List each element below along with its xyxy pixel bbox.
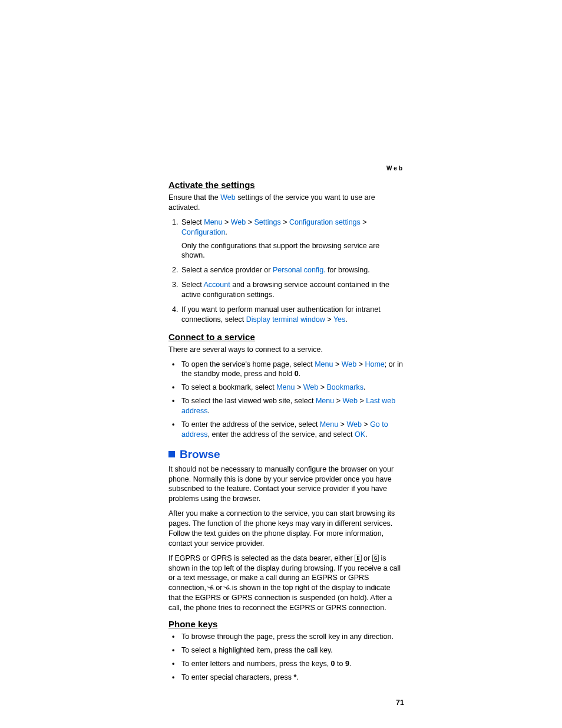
activate-intro: Ensure that the Web settings of the serv… <box>168 193 404 213</box>
text: > <box>334 397 342 405</box>
link-web[interactable]: Web <box>220 193 235 202</box>
bullet-scroll: To browse through the page, press the sc… <box>171 632 404 642</box>
link-personal-config[interactable]: Personal config. <box>273 266 326 274</box>
link-yes[interactable]: Yes <box>333 315 345 324</box>
link-web[interactable]: Web <box>346 420 361 429</box>
link-menu[interactable]: Menu <box>316 397 334 405</box>
link-account[interactable]: Account <box>204 281 230 289</box>
link-menu[interactable]: Menu <box>276 383 295 391</box>
phone-keys-bullets: To browse through the page, press the sc… <box>168 632 404 683</box>
gprs-suspended-icon: G <box>224 585 230 591</box>
text: > <box>356 360 365 368</box>
text: To enter letters and numbers, press the … <box>181 660 331 668</box>
link-menu[interactable]: Menu <box>315 360 333 368</box>
step-2: Select a service provider or Personal co… <box>180 265 404 275</box>
link-ok[interactable]: OK <box>355 430 365 439</box>
text: to <box>335 660 345 668</box>
text: > <box>333 360 341 368</box>
heading-activate-settings: Activate the settings <box>168 180 404 190</box>
bullet-open-home: To open the service's home page, select … <box>171 360 404 380</box>
document-page: Web Activate the settings Ensure that th… <box>0 0 562 728</box>
link-web[interactable]: Web <box>342 360 356 368</box>
link-web[interactable]: Web <box>231 218 246 226</box>
browse-p3: If EGPRS or GPRS is selected as the data… <box>168 554 404 613</box>
bullet-call-key: To select a highlighted item, press the … <box>171 645 404 655</box>
link-menu[interactable]: Menu <box>320 420 338 429</box>
text: To open the service's home page, select <box>181 360 315 368</box>
heading-connect-service: Connect to a service <box>168 332 404 342</box>
text: To select the last viewed web site, sele… <box>181 397 316 405</box>
text: . <box>365 430 367 439</box>
heading-browse: Browse <box>180 448 220 461</box>
text: > <box>362 420 370 429</box>
text: > <box>281 218 289 226</box>
text: To enter special characters, press <box>181 673 293 681</box>
gprs-icon: G <box>372 555 379 562</box>
link-display-terminal-window[interactable]: Display terminal window <box>246 315 325 324</box>
connect-bullets: To open the service's home page, select … <box>168 360 404 440</box>
text: . <box>345 315 347 324</box>
text: > <box>246 218 254 226</box>
text: If EGPRS or GPRS is selected as the data… <box>168 554 355 562</box>
text: Select a service provider or <box>181 266 273 274</box>
text: To enter the address of the service, sel… <box>181 420 320 429</box>
browse-p1: It should not be necessary to manually c… <box>168 465 404 505</box>
connect-intro: There are several ways to connect to a s… <box>168 345 404 355</box>
section-header: Web <box>168 165 404 172</box>
text: > <box>338 420 346 429</box>
key-9: 9 <box>345 660 349 668</box>
bullet-special-chars: To enter special characters, press *. <box>171 673 404 683</box>
text: Select <box>181 218 204 226</box>
link-settings[interactable]: Settings <box>254 218 280 226</box>
text: > <box>361 218 367 226</box>
text: . <box>299 370 300 378</box>
text: > <box>223 218 231 226</box>
bullet-bookmark: To select a bookmark, select Menu > Web … <box>171 383 404 393</box>
text: Ensure that the <box>168 193 220 202</box>
egprs-suspended-icon: E <box>208 585 213 591</box>
link-web[interactable]: Web <box>303 383 318 391</box>
text: for browsing. <box>326 266 370 274</box>
link-menu[interactable]: Menu <box>204 218 222 226</box>
text: To select a bookmark, select <box>181 383 276 391</box>
browse-p2: After you make a connection to the servi… <box>168 509 404 549</box>
text: . <box>207 407 209 415</box>
step-1: Select Menu > Web > Settings > Configura… <box>180 218 404 261</box>
text: . <box>363 383 365 391</box>
text: > <box>358 397 366 405</box>
egprs-icon: E <box>355 555 361 562</box>
link-bookmarks[interactable]: Bookmarks <box>326 383 363 391</box>
text: or <box>216 584 224 592</box>
square-bullet-icon <box>168 451 175 457</box>
text: or <box>363 554 372 562</box>
key-0: 0 <box>331 660 335 668</box>
heading-phone-keys: Phone keys <box>168 619 404 629</box>
step-1-note: Only the configurations that support the… <box>181 241 404 261</box>
step-4: If you want to perform manual user authe… <box>180 305 404 325</box>
text: > <box>318 383 326 391</box>
link-web[interactable]: Web <box>342 397 357 405</box>
text: . <box>225 228 227 236</box>
text: , enter the address of the service, and … <box>207 430 354 439</box>
link-configuration-settings[interactable]: Configuration settings <box>289 218 361 226</box>
link-configuration[interactable]: Configuration <box>181 228 225 236</box>
page-number: 71 <box>168 699 404 707</box>
link-home[interactable]: Home <box>365 360 384 368</box>
text: > <box>325 315 333 324</box>
activate-steps: Select Menu > Web > Settings > Configura… <box>168 218 404 325</box>
text: . <box>296 673 298 681</box>
heading-browse-wrap: Browse <box>168 448 404 461</box>
text: Select <box>181 281 204 289</box>
text: > <box>295 383 303 391</box>
step-3: Select Account and a browsing service ac… <box>180 280 404 300</box>
bullet-last-web: To select the last viewed web site, sele… <box>171 396 404 416</box>
key-0: 0 <box>295 370 299 378</box>
bullet-go-to-address: To enter the address of the service, sel… <box>171 420 404 440</box>
text: . <box>349 660 351 668</box>
bullet-number-keys: To enter letters and numbers, press the … <box>171 659 404 669</box>
